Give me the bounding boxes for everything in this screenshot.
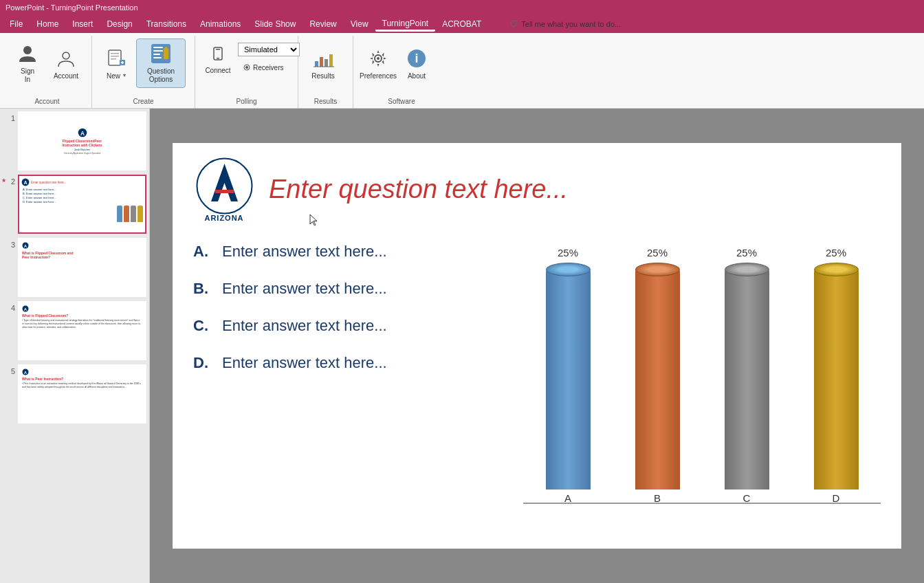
menu-acrobat[interactable]: ACROBAT (435, 18, 488, 30)
title-text: PowerPoint - TurningPoint Presentation (6, 3, 138, 12)
answer-b-letter: B. (193, 280, 214, 298)
bar-chart: 25% A 25% (523, 236, 881, 538)
new-icon (106, 47, 128, 69)
connect-button[interactable]: Connect (201, 40, 235, 78)
slide-thumb-3[interactable]: 3 A What is Flipped Classroom andPeer In… (3, 238, 146, 297)
bar-group-a: 25% A (523, 236, 613, 504)
bar-a-cylinder (546, 263, 591, 490)
gear-icon (367, 47, 389, 69)
menu-view[interactable]: View (344, 18, 375, 30)
slide-thumb-5[interactable]: 5 A What is Peer Instruction? • Peer Ins… (3, 364, 146, 424)
svg-marker-12 (123, 74, 126, 77)
bar-a-pct: 25% (558, 247, 578, 258)
svg-point-4 (63, 52, 69, 59)
menu-design[interactable]: Design (100, 18, 139, 30)
svg-point-0 (511, 21, 516, 26)
preferences-label: Preferences (360, 72, 397, 80)
slide-num-1: 1 (3, 114, 15, 122)
tell-me-text: Tell me what you want to do... (521, 20, 621, 28)
answer-d[interactable]: D. Enter answer text here... (193, 354, 482, 372)
bar-c-cylinder (725, 263, 769, 490)
ribbon-group-create: New QuestionOptions (92, 36, 195, 108)
menu-slideshow[interactable]: Slide Show (248, 18, 302, 30)
svg-rect-14 (153, 47, 163, 48)
ribbon: SignIn Account Account (0, 33, 924, 109)
connect-icon (208, 45, 228, 64)
account-button[interactable]: Account (47, 38, 85, 88)
signin-button[interactable]: SignIn (8, 38, 47, 88)
menu-insert[interactable]: Insert (65, 18, 100, 30)
preferences-button[interactable]: Preferences (359, 38, 397, 88)
bar-b-body (635, 270, 680, 490)
software-group-label: Software (353, 95, 450, 107)
svg-point-3 (23, 46, 32, 54)
content-area: ARIZONA Enter question text here... A. E… (150, 109, 924, 583)
answer-b[interactable]: B. Enter answer text here... (193, 280, 482, 298)
bar-a-top (546, 263, 591, 276)
menu-review[interactable]: Review (302, 18, 343, 30)
question-options-icon (150, 43, 172, 65)
receivers-button[interactable]: Receivers (238, 59, 300, 76)
title-bar: PowerPoint - TurningPoint Presentation (0, 0, 924, 15)
svg-rect-25 (315, 61, 318, 67)
main-area: 1 A Flipped Classroom/PeerInstruction wi… (0, 109, 924, 583)
answer-c-letter: C. (193, 317, 214, 335)
account-group-label: Account (3, 95, 91, 107)
new-button[interactable]: New (98, 38, 136, 88)
account-label: Account (54, 72, 78, 80)
slide-body: A. Enter answer text here... B. Enter an… (193, 236, 881, 545)
menu-bar: File Home Insert Design Transitions Anim… (0, 15, 924, 33)
answer-a-letter: A. (193, 243, 214, 261)
svg-text:A: A (24, 371, 28, 375)
create-group-label: Create (92, 95, 195, 107)
polling-group-label: Polling (195, 95, 298, 107)
new-label: New (107, 72, 120, 80)
menu-turningpoint[interactable]: TurningPoint (375, 17, 436, 32)
svg-rect-22 (217, 58, 219, 59)
slide-thumb-2[interactable]: 2★ A Enter question text here... A. Ente… (3, 175, 146, 234)
answer-d-text: Enter answer text here... (222, 354, 387, 372)
slide-num-3: 3 (3, 241, 15, 249)
menu-animations[interactable]: Animations (193, 18, 248, 30)
slide-img-1: A Flipped Classroom/PeerInstruction with… (18, 111, 146, 170)
bar-d-cylinder (814, 263, 859, 490)
menu-file[interactable]: File (3, 18, 30, 30)
slide-img-2: A Enter question text here... A. Enter a… (18, 175, 146, 234)
menu-home[interactable]: Home (30, 18, 65, 30)
svg-text:i: i (415, 52, 418, 65)
bar-d-top (814, 263, 859, 276)
arizona-logo: ARIZONA (193, 157, 255, 222)
slide-num-4: 4 (3, 304, 15, 312)
results-group-label: Results (298, 95, 353, 107)
ribbon-group-polling: Connect Simulated Live Receivers (195, 36, 298, 108)
tell-me-bar[interactable]: Tell me what you want to do... (502, 19, 628, 29)
bar-d-pct: 25% (826, 247, 846, 258)
answer-d-letter: D. (193, 354, 214, 372)
results-button[interactable]: Results (304, 38, 342, 88)
info-icon: i (406, 47, 428, 69)
svg-rect-26 (320, 57, 323, 67)
menu-transitions[interactable]: Transitions (140, 18, 193, 30)
slide-thumb-4[interactable]: 4 A What is Flipped Classroom? • Type of… (3, 301, 146, 360)
bar-a-body (546, 270, 591, 490)
question-text[interactable]: Enter question text here... (269, 175, 881, 204)
answer-a-text: Enter answer text here... (222, 243, 387, 261)
answer-c[interactable]: C. Enter answer text here... (193, 317, 482, 335)
slide-header: ARIZONA Enter question text here... (193, 157, 881, 222)
question-options-label: QuestionOptions (147, 67, 175, 84)
slide-thumb-1[interactable]: 1 A Flipped Classroom/PeerInstruction wi… (3, 111, 146, 170)
svg-rect-18 (164, 48, 168, 59)
about-button[interactable]: i About (397, 38, 436, 88)
svg-text:A: A (23, 179, 27, 186)
bar-group-b: 25% B (613, 236, 702, 504)
bar-c-pct: 25% (736, 247, 757, 258)
answer-a[interactable]: A. Enter answer text here... (193, 243, 482, 261)
bar-b-cylinder (635, 263, 680, 490)
svg-rect-7 (111, 56, 119, 57)
results-label: Results (311, 72, 334, 80)
polling-dropdown[interactable]: Simulated Live (238, 43, 300, 56)
slide-img-4: A What is Flipped Classroom? • Type of b… (18, 301, 146, 360)
bar-group-d: 25% D (791, 236, 881, 504)
question-options-button[interactable]: QuestionOptions (136, 38, 186, 88)
bar-d-body (814, 270, 859, 490)
